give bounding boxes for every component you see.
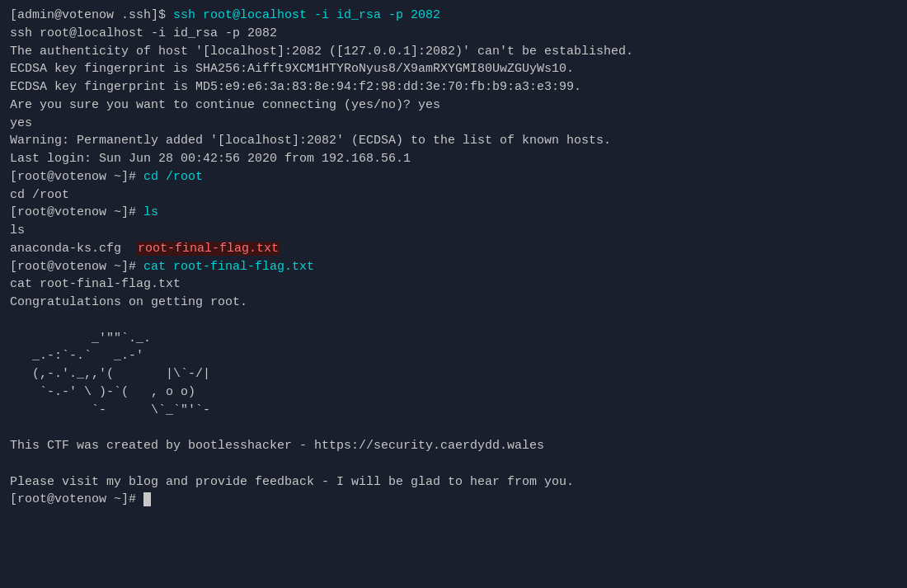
terminal-line: [admin@votenow .ssh]$ ssh root@localhost… (10, 7, 897, 25)
terminal-line: ssh root@localhost -i id_rsa -p 2082 (10, 25, 897, 43)
terminal-line: cd /root (10, 186, 897, 205)
terminal-line: ECDSA key fingerprint is SHA256:Aifft9XC… (10, 60, 897, 78)
terminal-line: `- \`_`"'`- (10, 402, 897, 420)
terminal-line: Warning: Permanently added '[localhost]:… (10, 132, 897, 150)
terminal-line: ls (10, 222, 897, 240)
terminal-line: cat root-final-flag.txt (10, 275, 897, 294)
empty-line (10, 419, 897, 437)
terminal-line: The authenticity of host '[localhost]:20… (10, 43, 897, 61)
terminal-line: [root@votenow ~]# (10, 491, 897, 509)
terminal-line: Last login: Sun Jun 28 00:42:56 2020 fro… (10, 150, 897, 168)
terminal-line: ECDSA key fingerprint is MD5:e9:e6:3a:83… (10, 78, 897, 96)
terminal-line: Congratulations on getting root. (10, 294, 897, 312)
cursor (143, 492, 151, 506)
terminal-line: yes (10, 115, 897, 133)
terminal: [admin@votenow .ssh]$ ssh root@localhost… (0, 0, 907, 588)
terminal-line: _.-:`-.` _.-' (10, 347, 897, 365)
terminal-line: [root@votenow ~]# ls (10, 204, 897, 222)
terminal-line: _'""`._. (10, 330, 897, 348)
terminal-line: [root@votenow ~]# cat root-final-flag.tx… (10, 258, 897, 276)
empty-line (10, 455, 897, 473)
terminal-line: This CTF was created by bootlesshacker -… (10, 437, 897, 455)
terminal-line: (,-.'._,,'( |\`-/| (10, 365, 897, 383)
terminal-line: anaconda-ks.cfg root-final-flag.txt (10, 240, 897, 258)
flag-file: root-final-flag.txt (136, 242, 280, 256)
terminal-line: Please visit my blog and provide feedbac… (10, 473, 897, 492)
empty-line (10, 312, 897, 330)
terminal-line: Are you sure you want to continue connec… (10, 96, 897, 115)
terminal-line: [root@votenow ~]# cd /root (10, 168, 897, 186)
terminal-line: `-.-' \ )-`( , o o) (10, 383, 897, 402)
